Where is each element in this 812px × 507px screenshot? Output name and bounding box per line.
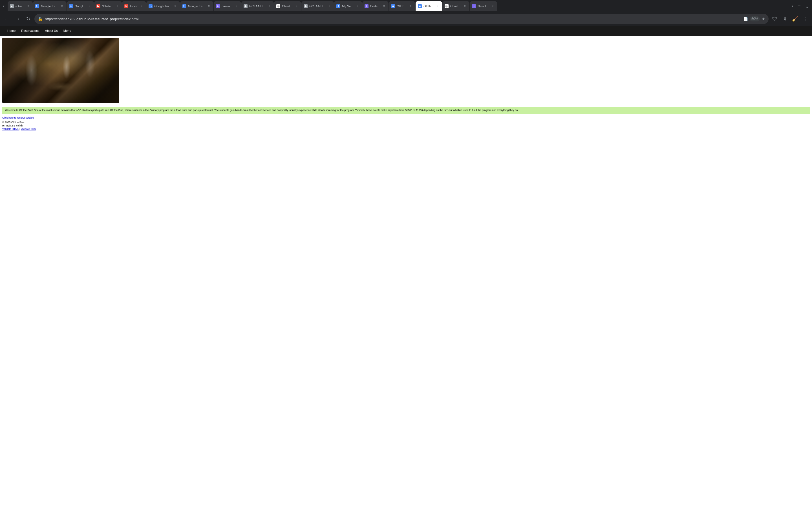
- tab-favicon-t17: ✦: [472, 4, 476, 8]
- tab-close-t6[interactable]: ×: [173, 4, 177, 8]
- tab-favicon-t12: ★: [336, 4, 340, 8]
- address-bar-icons: 📄 50% ★: [743, 16, 765, 21]
- hero-image-container: [0, 36, 812, 105]
- site-nav: HomeReservationsAbout UsMenu: [0, 25, 812, 36]
- tab-label-t8: canva...: [221, 4, 233, 8]
- tab-close-t14[interactable]: ×: [409, 4, 413, 8]
- tab-close-t1[interactable]: ×: [26, 4, 31, 8]
- tab-prev-button[interactable]: ‹: [1, 2, 6, 10]
- back-button[interactable]: ←: [2, 14, 11, 23]
- zoom-badge[interactable]: 50%: [750, 16, 760, 21]
- tab-t15[interactable]: ■Off th...×: [416, 1, 442, 11]
- tab-t3[interactable]: GGoogl...×: [67, 1, 94, 11]
- tab-label-t4: "Bliste...: [102, 4, 113, 8]
- tab-close-t12[interactable]: ×: [355, 4, 360, 8]
- tab-t12[interactable]: ★My Se...×: [334, 1, 362, 11]
- tab-t16[interactable]: ◎Christ...×: [442, 1, 469, 11]
- tab-favicon-t4: ▶: [96, 4, 100, 8]
- download-button[interactable]: ⇓: [780, 14, 790, 23]
- tab-t1[interactable]: ►e tra...×: [8, 1, 33, 11]
- page-icon[interactable]: 📄: [743, 17, 748, 21]
- tabs-container: ►e tra...×GGoogle tra...×GGoogl...×▶"Bli…: [8, 1, 790, 11]
- nav-item-menu[interactable]: Menu: [61, 27, 74, 34]
- tab-label-t9: GCTAA IT...: [249, 4, 265, 8]
- tab-favicon-t3: G: [69, 4, 73, 8]
- tab-favicon-t16: ◎: [445, 4, 449, 8]
- menu-button[interactable]: ⋮: [801, 14, 810, 23]
- tab-t11[interactable]: ◆GCTAA IT...×: [301, 1, 334, 11]
- tab-favicon-t15: ■: [418, 4, 422, 8]
- description-box: Welcome to Off the Pike! One of the most…: [2, 107, 810, 114]
- tab-label-t2: Google tra...: [41, 4, 58, 8]
- new-tab-button[interactable]: +: [795, 2, 803, 10]
- tab-close-t15[interactable]: ×: [435, 4, 440, 8]
- tab-t13[interactable]: ✦Code...×: [362, 1, 389, 11]
- tab-t6[interactable]: GGoogle tra...×: [146, 1, 180, 11]
- nav-item-about-us[interactable]: About Us: [42, 27, 61, 34]
- tab-t14[interactable]: ■Off th...×: [389, 1, 415, 11]
- tab-label-t15: Off th...: [423, 4, 434, 8]
- reserve-link[interactable]: Click here to reserve a table: [2, 116, 810, 119]
- tab-menu-button[interactable]: ⌄: [803, 2, 811, 10]
- description-text: Welcome to Off the Pike! One of the most…: [5, 109, 518, 112]
- tab-label-t10: Christ...: [282, 4, 293, 8]
- tab-close-t2[interactable]: ×: [60, 4, 64, 8]
- tab-label-t3: Googl...: [75, 4, 86, 8]
- tab-close-t4[interactable]: ×: [115, 4, 119, 8]
- tab-close-t7[interactable]: ×: [207, 4, 211, 8]
- lock-icon: 🔒: [38, 17, 43, 21]
- tab-t17[interactable]: ✦New T...×: [470, 1, 497, 11]
- tab-close-t9[interactable]: ×: [267, 4, 271, 8]
- tab-label-t11: GCTAA IT...: [309, 4, 325, 8]
- tab-t4[interactable]: ▶"Bliste...×: [94, 1, 122, 11]
- tab-bar-controls: ‹: [1, 2, 6, 10]
- tab-close-t5[interactable]: ×: [139, 4, 144, 8]
- validate-links: Validate HTML | Validate CSS: [2, 128, 810, 130]
- reload-button[interactable]: ↻: [24, 14, 33, 23]
- tab-close-t11[interactable]: ×: [327, 4, 332, 8]
- tab-label-t17: New T...: [477, 4, 489, 8]
- nav-item-home[interactable]: Home: [4, 27, 18, 34]
- tab-t8[interactable]: Ccanva...×: [214, 1, 241, 11]
- tab-t2[interactable]: GGoogle tra...×: [33, 1, 66, 11]
- tab-close-t17[interactable]: ×: [490, 4, 495, 8]
- tab-close-t3[interactable]: ×: [87, 4, 92, 8]
- shield-button[interactable]: 🛡: [770, 14, 779, 23]
- tab-bar: ‹ ►e tra...×GGoogle tra...×GGoogl...×▶"B…: [0, 0, 812, 12]
- tab-favicon-t11: ◆: [304, 4, 308, 8]
- tab-label-t7: Google tra...: [188, 4, 205, 8]
- address-bar[interactable]: 🔒 https://christiank32.github.io/restaur…: [35, 14, 769, 24]
- tab-favicon-t1: ►: [10, 4, 14, 8]
- forward-button[interactable]: →: [13, 14, 22, 23]
- tab-t10[interactable]: ◎Christ...×: [274, 1, 301, 11]
- copyright-text: © 2025 Off the Pike.: [2, 121, 810, 124]
- tab-close-t8[interactable]: ×: [234, 4, 239, 8]
- tab-t7[interactable]: GGoogle tra...×: [180, 1, 214, 11]
- tab-favicon-t9: ◆: [244, 4, 248, 8]
- tab-label-t13: Code...: [370, 4, 380, 8]
- url-text: https://christiank32.github.io/restauran…: [45, 17, 741, 21]
- toolbar-right: 🛡 ⇓ 🧹 ⋮: [770, 14, 810, 23]
- tab-label-t14: Off th...: [397, 4, 407, 8]
- valid-label: HTML/CSS Valid!: [2, 124, 810, 127]
- browser-chrome: ‹ ►e tra...×GGoogle tra...×GGoogl...×▶"B…: [0, 0, 812, 25]
- validate-html-link[interactable]: Validate HTML: [2, 128, 19, 130]
- tab-t5[interactable]: MInbox×: [122, 1, 146, 11]
- tab-favicon-t13: ✦: [364, 4, 368, 8]
- tab-favicon-t8: C: [216, 4, 220, 8]
- tab-favicon-t14: ■: [391, 4, 395, 8]
- bookmark-star-icon[interactable]: ★: [762, 17, 765, 21]
- tab-t9[interactable]: ◆GCTAA IT...×: [241, 1, 274, 11]
- tab-close-t16[interactable]: ×: [463, 4, 467, 8]
- tab-favicon-t2: G: [35, 4, 39, 8]
- tab-label-t5: Inbox: [130, 4, 138, 8]
- tab-close-t10[interactable]: ×: [294, 4, 299, 8]
- validate-css-link[interactable]: Validate CSS: [21, 128, 36, 130]
- extensions-button[interactable]: 🧹: [791, 14, 800, 23]
- nav-item-reservations[interactable]: Reservations: [18, 27, 42, 34]
- tab-close-t13[interactable]: ×: [382, 4, 386, 8]
- address-bar-row: ← → ↻ 🔒 https://christiank32.github.io/r…: [0, 12, 812, 25]
- nav-items: HomeReservationsAbout UsMenu: [4, 27, 74, 34]
- tab-next-button[interactable]: ›: [790, 2, 795, 10]
- tab-favicon-t5: M: [124, 4, 128, 8]
